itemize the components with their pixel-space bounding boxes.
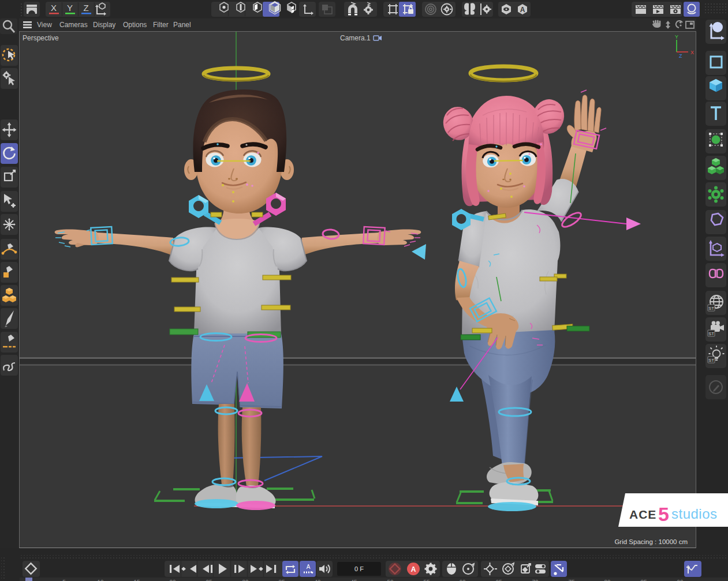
svg-text:Z: Z [679, 53, 682, 59]
svg-text:X: X [51, 3, 57, 13]
svg-text:studios: studios [671, 506, 718, 522]
svg-text:ACE: ACE [629, 508, 656, 521]
svg-text:Options: Options [123, 21, 147, 29]
svg-text:A: A [520, 6, 525, 14]
svg-text:Display: Display [93, 21, 115, 29]
svg-text:Y: Y [67, 3, 73, 13]
svg-text:Cameras: Cameras [59, 21, 88, 29]
svg-text:A: A [411, 565, 416, 573]
svg-text:ST: ST [708, 306, 714, 311]
svg-text:ST: ST [708, 331, 714, 336]
svg-text:A: A [307, 564, 311, 570]
svg-text:View: View [37, 21, 52, 29]
svg-text:0 F: 0 F [354, 565, 364, 572]
svg-text:Filter: Filter [153, 21, 169, 29]
svg-text:X: X [690, 50, 694, 55]
svg-text:Panel: Panel [173, 21, 191, 29]
svg-text:5: 5 [658, 503, 669, 525]
svg-text:Z: Z [83, 3, 88, 13]
svg-text:ST: ST [708, 358, 714, 363]
svg-text:Y: Y [675, 34, 678, 40]
